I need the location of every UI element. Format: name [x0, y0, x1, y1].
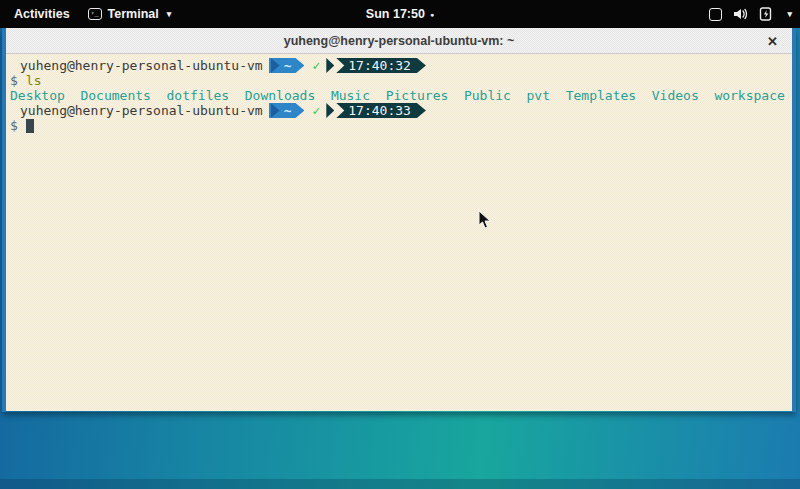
- prompt-path-segment: ~: [269, 103, 305, 118]
- mouse-cursor-icon: [478, 210, 492, 230]
- dir-entry: dotfiles: [167, 88, 230, 103]
- powerline-chevron-icon: [271, 58, 280, 73]
- clock-menu[interactable]: Sun 17:50 ●: [0, 7, 800, 21]
- ls-output: Desktop Documents dotfiles Downloads Mus…: [10, 88, 792, 103]
- top-bar: Activities ›_ Terminal ▾ Sun 17:50 ● ▾: [0, 0, 800, 28]
- dir-entry: Documents: [80, 88, 150, 103]
- prompt-time-badge: 17:40:33: [336, 103, 426, 118]
- prompt-dollar: $: [10, 73, 18, 88]
- powerline-arrow-icon: [326, 103, 334, 118]
- dir-entry: pvt: [527, 88, 550, 103]
- window-title: yuheng@henry-personal-ubuntu-vm: ~: [284, 34, 515, 48]
- prompt-line: yuheng@henry-personal-ubuntu-vm ~ ✓ 17:4…: [10, 58, 792, 73]
- text-cursor: [26, 119, 34, 133]
- prompt-time-badge: 17:40:32: [336, 58, 426, 73]
- dir-entry: Videos: [652, 88, 699, 103]
- clock-label: Sun 17:50: [366, 7, 425, 21]
- prompt-user: yuheng@henry-personal-ubuntu-vm: [20, 58, 263, 73]
- dir-entry: Pictures: [386, 88, 449, 103]
- terminal-content[interactable]: yuheng@henry-personal-ubuntu-vm ~ ✓ 17:4…: [6, 54, 792, 411]
- system-status-area[interactable]: ▾: [709, 0, 792, 28]
- chevron-down-icon: ▾: [787, 9, 792, 19]
- dir-entry: workspace: [714, 88, 784, 103]
- close-icon[interactable]: ✕: [767, 28, 778, 54]
- dir-entry: Templates: [566, 88, 636, 103]
- dir-entry: Public: [464, 88, 511, 103]
- prompt-dollar: $: [10, 118, 18, 133]
- screen-icon: [709, 8, 722, 21]
- prompt-user: yuheng@henry-personal-ubuntu-vm: [20, 103, 263, 118]
- powerline-arrow-icon: [326, 58, 334, 73]
- prompt-path-segment: ~: [269, 58, 305, 73]
- window-titlebar[interactable]: yuheng@henry-personal-ubuntu-vm: ~ ✕: [6, 28, 792, 54]
- status-check-icon: ✓: [312, 103, 320, 118]
- battery-charging-icon: [759, 7, 774, 21]
- dir-entry: Music: [331, 88, 370, 103]
- volume-icon: [733, 7, 748, 21]
- status-check-icon: ✓: [312, 58, 320, 73]
- notification-dot-icon: ●: [430, 11, 434, 18]
- powerline-chevron-icon: [271, 103, 280, 118]
- dir-entry: Downloads: [245, 88, 315, 103]
- command-line: $ ls: [10, 73, 792, 88]
- desktop-shade: [0, 479, 800, 489]
- prompt-line: yuheng@henry-personal-ubuntu-vm ~ ✓ 17:4…: [10, 103, 792, 118]
- typed-command: ls: [26, 73, 42, 88]
- dir-entry: Desktop: [10, 88, 65, 103]
- terminal-window: yuheng@henry-personal-ubuntu-vm: ~ ✕ yuh…: [2, 28, 796, 412]
- input-line[interactable]: $: [10, 118, 792, 133]
